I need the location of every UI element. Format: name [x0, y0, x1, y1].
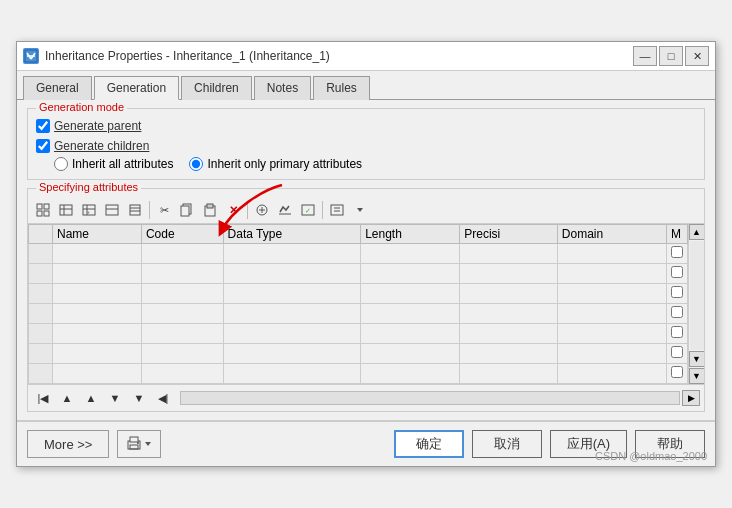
attributes-toolbar: + ✂ ✕ — [28, 197, 704, 224]
inherit-primary-option: Inherit only primary attributes — [189, 157, 362, 171]
svg-text:✓: ✓ — [305, 207, 311, 214]
svg-rect-7 — [44, 211, 49, 216]
svg-rect-35 — [130, 437, 138, 442]
tab-rules[interactable]: Rules — [313, 76, 370, 100]
scroll-end-btn[interactable]: ▼ — [689, 368, 705, 384]
table-area: Name Code Data Type Length Precisi Domai… — [28, 224, 704, 384]
scroll-up-btn[interactable]: ▲ — [689, 224, 705, 240]
toolbar-sep-2 — [247, 201, 248, 219]
generate-children-label: Generate children — [54, 139, 149, 153]
svg-rect-17 — [130, 205, 140, 215]
svg-marker-33 — [357, 208, 363, 212]
svg-rect-4 — [37, 204, 42, 209]
tab-bar: General Generation Children Notes Rules — [17, 71, 715, 100]
print-button[interactable] — [117, 430, 161, 458]
title-bar: Inheritance Properties - Inheritance_1 (… — [17, 42, 715, 71]
tab-general[interactable]: General — [23, 76, 92, 100]
table-row[interactable] — [29, 324, 688, 344]
attributes-table-container[interactable]: Name Code Data Type Length Precisi Domai… — [28, 224, 688, 384]
vertical-scrollbar: ▲ ▼ ▼ — [688, 224, 704, 384]
toolbar-btn-7[interactable] — [274, 199, 296, 221]
table-row[interactable] — [29, 304, 688, 324]
toolbar-btn-4[interactable] — [101, 199, 123, 221]
generation-mode-section: Generation mode Generate parent Generate… — [27, 108, 705, 180]
window-icon — [23, 48, 39, 64]
svg-rect-8 — [60, 205, 72, 215]
print-dropdown-icon — [144, 440, 152, 448]
toolbar-cut-btn[interactable]: ✂ — [153, 199, 175, 221]
confirm-button[interactable]: 确定 — [394, 430, 464, 458]
generate-children-row: Generate children — [36, 139, 696, 153]
inherit-all-label: Inherit all attributes — [72, 157, 173, 171]
toolbar-btn-1[interactable] — [32, 199, 54, 221]
inherit-all-radio[interactable] — [54, 157, 68, 171]
toolbar-btn-9[interactable] — [326, 199, 348, 221]
svg-rect-36 — [130, 445, 138, 449]
scroll-down-btn[interactable]: ▼ — [689, 351, 705, 367]
generate-parent-checkbox[interactable] — [36, 119, 50, 133]
col-header-m: M — [667, 225, 688, 244]
col-header-precisi: Precisi — [460, 225, 558, 244]
toolbar-copy-btn[interactable] — [176, 199, 198, 221]
generate-parent-label: Generate parent — [54, 119, 141, 133]
svg-point-37 — [137, 442, 139, 444]
toolbar-btn-6[interactable] — [251, 199, 273, 221]
svg-rect-5 — [44, 204, 49, 209]
nav-first-btn[interactable]: |◀ — [32, 387, 54, 409]
toolbar-btn-3[interactable]: + — [78, 199, 100, 221]
toolbar-paste-btn[interactable] — [199, 199, 221, 221]
toolbar-delete-btn[interactable]: ✕ — [222, 199, 244, 221]
scroll-track — [690, 241, 704, 350]
table-row[interactable] — [29, 344, 688, 364]
table-bottom-toolbar: |◀ ▲ ▲ ▼ ▼ ◀| ▶ — [28, 384, 704, 411]
col-header-name: Name — [53, 225, 142, 244]
inherit-primary-radio[interactable] — [189, 157, 203, 171]
nav-down-btn[interactable]: ▼ — [104, 387, 126, 409]
close-button[interactable]: ✕ — [685, 46, 709, 66]
col-header-domain: Domain — [557, 225, 666, 244]
window-controls: — □ ✕ — [633, 46, 709, 66]
generate-parent-row: Generate parent — [36, 119, 696, 133]
attributes-table: Name Code Data Type Length Precisi Domai… — [28, 224, 688, 384]
content-area: Generation mode Generate parent Generate… — [17, 100, 715, 420]
cancel-button[interactable]: 取消 — [472, 430, 542, 458]
col-header-row — [29, 225, 53, 244]
table-row[interactable] — [29, 364, 688, 384]
table-row[interactable] — [29, 244, 688, 264]
minimize-button[interactable]: — — [633, 46, 657, 66]
generate-children-checkbox[interactable] — [36, 139, 50, 153]
svg-rect-30 — [331, 205, 343, 215]
svg-marker-38 — [145, 442, 151, 446]
svg-rect-21 — [181, 206, 189, 216]
nav-prev-btn[interactable]: ▲ — [56, 387, 78, 409]
toolbar-dropdown-btn[interactable] — [349, 199, 371, 221]
tab-children[interactable]: Children — [181, 76, 252, 100]
inherit-options-row: Inherit all attributes Inherit only prim… — [54, 157, 696, 171]
toolbar-btn-5[interactable] — [124, 199, 146, 221]
inherit-all-option: Inherit all attributes — [54, 157, 173, 171]
generation-mode-title: Generation mode — [36, 101, 127, 113]
toolbar-btn-8[interactable]: ✓ — [297, 199, 319, 221]
hscroll-right-btn[interactable]: ▶ — [682, 390, 700, 406]
tab-generation[interactable]: Generation — [94, 76, 179, 100]
horizontal-scrollbar[interactable] — [180, 391, 680, 405]
table-row[interactable] — [29, 264, 688, 284]
maximize-button[interactable]: □ — [659, 46, 683, 66]
toolbar-btn-2[interactable] — [55, 199, 77, 221]
svg-rect-23 — [207, 204, 213, 208]
tab-notes[interactable]: Notes — [254, 76, 311, 100]
specifying-attributes-section: Specifying attributes + — [27, 188, 705, 412]
toolbar-sep-3 — [322, 201, 323, 219]
table-row[interactable] — [29, 284, 688, 304]
nav-up-btn[interactable]: ▲ — [80, 387, 102, 409]
nav-last-btn[interactable]: ◀| — [152, 387, 174, 409]
svg-rect-15 — [106, 205, 118, 215]
col-header-datatype: Data Type — [223, 225, 361, 244]
more-button[interactable]: More >> — [27, 430, 109, 458]
nav-next-btn[interactable]: ▼ — [128, 387, 150, 409]
svg-rect-6 — [37, 211, 42, 216]
window-title: Inheritance Properties - Inheritance_1 (… — [45, 49, 330, 63]
toolbar-sep-1 — [149, 201, 150, 219]
inherit-primary-label: Inherit only primary attributes — [207, 157, 362, 171]
watermark: CSDN @oldmao_2000 — [595, 450, 707, 462]
